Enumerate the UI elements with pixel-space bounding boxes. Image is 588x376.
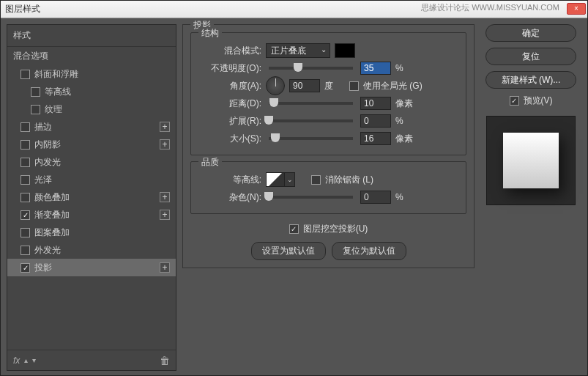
style-label: 颜色叠加 — [34, 191, 70, 204]
trash-icon[interactable]: 🗑 — [160, 355, 170, 366]
fx-down-icon[interactable]: ▾ — [32, 356, 36, 364]
contour-label: 等高线: — [198, 174, 261, 186]
angle-input[interactable]: 90 — [289, 79, 320, 92]
antialias-checkbox[interactable] — [311, 175, 321, 185]
right-column: 确定 复位 新建样式 (W)... 预览(V) — [480, 24, 581, 371]
size-input[interactable]: 16 — [360, 132, 391, 145]
cancel-button[interactable]: 复位 — [485, 48, 576, 65]
distance-unit: 像素 — [395, 97, 416, 110]
angle-row: 角度(A): 90 度 使用全局光 (G) — [198, 77, 458, 95]
spread-input[interactable]: 0 — [360, 114, 391, 128]
size-slider[interactable] — [269, 137, 353, 140]
spread-slider[interactable] — [269, 119, 353, 122]
style-label: 描边 — [34, 121, 52, 133]
style-label: 等高线 — [45, 86, 71, 98]
drop-shadow-panel: 投影 结构 混合模式: 正片叠底 不透明度(O): 35 % — [182, 24, 475, 268]
contour-picker[interactable]: ⌄ — [266, 172, 295, 187]
titlebar: 图层样式 思缘设计论坛 WWW.MISSYUAN.COM × — [1, 1, 587, 18]
preview-checkbox[interactable] — [510, 96, 519, 106]
size-label: 大小(S): — [198, 133, 261, 145]
style-item-2[interactable]: 纹理 — [7, 100, 176, 118]
size-row: 大小(S): 16 像素 — [198, 130, 458, 147]
spread-row: 扩展(R): 0 % — [198, 112, 458, 130]
opacity-input[interactable]: 35 — [360, 62, 391, 75]
style-item-11[interactable]: 投影+ — [7, 259, 176, 276]
structure-group: 结构 混合模式: 正片叠底 不透明度(O): 35 % 角度(A): — [190, 32, 466, 155]
preview-row: 预览(V) — [510, 95, 553, 107]
add-effect-icon[interactable]: + — [160, 122, 170, 132]
quality-title: 品质 — [198, 156, 222, 169]
watermark-text: 思缘设计论坛 WWW.MISSYUAN.COM — [421, 2, 559, 13]
style-checkbox[interactable] — [21, 175, 30, 185]
style-checkbox[interactable] — [21, 122, 30, 132]
style-checkbox[interactable] — [21, 210, 30, 220]
dialog-body: 样式 混合选项 斜面和浮雕等高线纹理描边+内阴影+内发光光泽颜色叠加+渐变叠加+… — [1, 18, 587, 376]
distance-slider[interactable] — [269, 102, 353, 105]
style-checkbox[interactable] — [21, 193, 30, 202]
style-item-6[interactable]: 光泽 — [7, 171, 176, 188]
style-label: 内阴影 — [34, 139, 61, 151]
add-effect-icon[interactable]: + — [160, 210, 170, 220]
style-item-7[interactable]: 颜色叠加+ — [7, 188, 176, 206]
default-buttons-row: 设置为默认值 复位为默认值 — [190, 242, 466, 260]
opacity-slider[interactable] — [269, 67, 353, 70]
blend-options-row[interactable]: 混合选项 — [7, 46, 176, 65]
contour-row: 等高线: ⌄ 消除锯齿 (L) — [198, 171, 458, 188]
style-checkbox[interactable] — [21, 140, 30, 150]
antialias-label: 消除锯齿 (L) — [325, 174, 373, 186]
style-checkbox[interactable] — [31, 105, 40, 114]
fx-icon[interactable]: fx — [13, 355, 20, 366]
noise-row: 杂色(N): 0 % — [198, 188, 458, 206]
style-checkbox[interactable] — [21, 228, 30, 237]
style-label: 斜面和浮雕 — [34, 68, 78, 81]
knockout-label: 图层挖空投影(U) — [303, 223, 368, 235]
add-effect-icon[interactable]: + — [160, 262, 170, 273]
style-checkbox[interactable] — [21, 158, 30, 167]
angle-dial[interactable] — [266, 76, 285, 95]
new-style-button[interactable]: 新建样式 (W)... — [485, 71, 576, 89]
opacity-row: 不透明度(O): 35 % — [198, 59, 458, 77]
style-label: 图案叠加 — [34, 226, 70, 239]
style-item-10[interactable]: 外发光 — [7, 241, 176, 259]
style-label: 外发光 — [34, 244, 61, 257]
knockout-checkbox[interactable] — [289, 224, 299, 234]
style-checkbox[interactable] — [21, 70, 30, 79]
style-item-9[interactable]: 图案叠加 — [7, 224, 176, 241]
style-item-4[interactable]: 内阴影+ — [7, 136, 176, 153]
global-light-checkbox[interactable] — [349, 81, 359, 91]
add-effect-icon[interactable]: + — [160, 192, 170, 202]
style-item-1[interactable]: 等高线 — [7, 83, 176, 100]
make-default-button[interactable]: 设置为默认值 — [251, 242, 326, 260]
close-button[interactable]: × — [567, 3, 586, 15]
reset-default-button[interactable]: 复位为默认值 — [332, 242, 406, 260]
sidebar-header: 样式 — [7, 25, 176, 46]
styles-list: 斜面和浮雕等高线纹理描边+内阴影+内发光光泽颜色叠加+渐变叠加+图案叠加外发光投… — [7, 65, 176, 276]
shadow-color-swatch[interactable] — [335, 43, 355, 58]
ok-button[interactable]: 确定 — [485, 24, 576, 42]
style-checkbox[interactable] — [21, 246, 30, 255]
angle-unit: 度 — [324, 80, 345, 92]
style-label: 纹理 — [45, 103, 62, 116]
style-label: 投影 — [34, 262, 52, 274]
contour-dropdown-icon[interactable]: ⌄ — [285, 172, 295, 187]
fx-up-icon[interactable]: ▴ — [24, 356, 28, 364]
style-item-8[interactable]: 渐变叠加+ — [7, 206, 176, 224]
style-checkbox[interactable] — [31, 87, 40, 97]
main-panel: 投影 结构 混合模式: 正片叠底 不透明度(O): 35 % — [182, 24, 475, 371]
style-checkbox[interactable] — [21, 263, 30, 273]
style-item-5[interactable]: 内发光 — [7, 153, 176, 171]
style-item-3[interactable]: 描边+ — [7, 118, 176, 136]
knockout-row: 图层挖空投影(U) — [190, 220, 466, 237]
distance-label: 距离(D): — [198, 97, 261, 110]
distance-row: 距离(D): 10 像素 — [198, 95, 458, 112]
style-item-0[interactable]: 斜面和浮雕 — [7, 65, 176, 83]
global-light-label: 使用全局光 (G) — [363, 80, 423, 92]
noise-input[interactable]: 0 — [360, 191, 391, 204]
blend-mode-select[interactable]: 正片叠底 — [266, 43, 330, 58]
spread-label: 扩展(R): — [198, 115, 261, 128]
sidebar-footer: fx ▴ ▾ 🗑 — [7, 350, 176, 370]
add-effect-icon[interactable]: + — [160, 139, 170, 150]
distance-input[interactable]: 10 — [360, 97, 391, 110]
layer-style-dialog: 图层样式 思缘设计论坛 WWW.MISSYUAN.COM × 样式 混合选项 斜… — [0, 0, 588, 376]
noise-slider[interactable] — [269, 196, 353, 199]
